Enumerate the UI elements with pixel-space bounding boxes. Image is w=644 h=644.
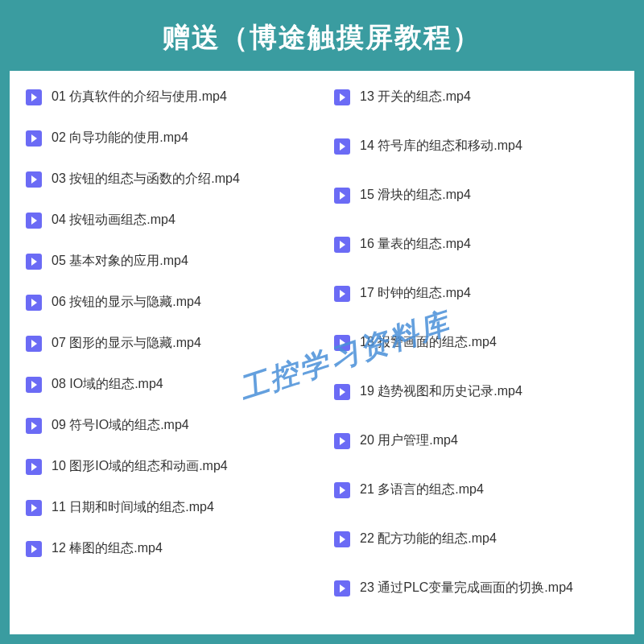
- video-file-icon: [26, 130, 42, 147]
- file-name-label: 14 符号库的组态和移动.mp4: [360, 138, 522, 155]
- file-item[interactable]: 08 IO域的组态.mp4: [26, 371, 318, 398]
- content-area: 01 仿真软件的介绍与使用.mp402 向导功能的使用.mp403 按钮的组态与…: [10, 71, 634, 634]
- file-item[interactable]: 17 时钟的组态.mp4: [334, 280, 626, 307]
- file-name-label: 23 通过PLC变量完成画面的切换.mp4: [360, 580, 573, 597]
- file-name-label: 10 图形IO域的组态和动画.mp4: [52, 458, 228, 475]
- file-name-label: 01 仿真软件的介绍与使用.mp4: [52, 89, 227, 105]
- file-item[interactable]: 13 开关的组态.mp4: [334, 84, 626, 110]
- file-item[interactable]: 04 按钮动画组态.mp4: [26, 207, 318, 233]
- video-file-icon: [334, 433, 350, 449]
- file-item[interactable]: 18 报警画面的组态.mp4: [334, 329, 626, 356]
- file-name-label: 07 图形的显示与隐藏.mp4: [52, 335, 201, 352]
- file-item[interactable]: 12 棒图的组态.mp4: [26, 535, 318, 562]
- file-item[interactable]: 09 符号IO域的组态.mp4: [26, 412, 318, 439]
- file-item[interactable]: 23 通过PLC变量完成画面的切换.mp4: [334, 575, 626, 601]
- video-file-icon: [26, 336, 42, 352]
- file-item[interactable]: 14 符号库的组态和移动.mp4: [334, 133, 626, 159]
- file-columns: 01 仿真软件的介绍与使用.mp402 向导功能的使用.mp403 按钮的组态与…: [18, 84, 626, 624]
- video-file-icon: [334, 580, 350, 597]
- file-name-label: 08 IO域的组态.mp4: [52, 376, 163, 393]
- file-name-label: 19 趋势视图和历史记录.mp4: [360, 383, 522, 400]
- file-name-label: 12 棒图的组态.mp4: [52, 540, 163, 557]
- file-item[interactable]: 01 仿真软件的介绍与使用.mp4: [26, 84, 318, 110]
- page-title: 赠送（博途触摸屏教程）: [10, 19, 634, 56]
- file-item[interactable]: 02 向导功能的使用.mp4: [26, 125, 318, 151]
- file-name-label: 02 向导功能的使用.mp4: [52, 130, 188, 147]
- file-item[interactable]: 10 图形IO域的组态和动画.mp4: [26, 453, 318, 480]
- video-file-icon: [26, 500, 42, 516]
- file-item[interactable]: 03 按钮的组态与函数的介绍.mp4: [26, 166, 318, 192]
- video-file-icon: [334, 89, 350, 105]
- file-item[interactable]: 21 多语言的组态.mp4: [334, 477, 626, 503]
- file-name-label: 20 用户管理.mp4: [360, 432, 458, 449]
- file-name-label: 11 日期和时间域的组态.mp4: [52, 499, 214, 516]
- file-item[interactable]: 11 日期和时间域的组态.mp4: [26, 494, 318, 521]
- file-name-label: 15 滑块的组态.mp4: [360, 187, 471, 204]
- video-file-icon: [26, 377, 42, 393]
- file-name-label: 13 开关的组态.mp4: [360, 89, 471, 105]
- file-item[interactable]: 19 趋势视图和历史记录.mp4: [334, 378, 626, 405]
- file-item[interactable]: 15 滑块的组态.mp4: [334, 182, 626, 208]
- file-name-label: 09 符号IO域的组态.mp4: [52, 417, 189, 434]
- file-name-label: 17 时钟的组态.mp4: [360, 285, 471, 302]
- video-file-icon: [334, 335, 350, 351]
- video-file-icon: [334, 531, 350, 547]
- file-item[interactable]: 05 基本对象的应用.mp4: [26, 248, 318, 275]
- video-file-icon: [334, 188, 350, 204]
- file-item[interactable]: 07 图形的显示与隐藏.mp4: [26, 330, 318, 357]
- file-name-label: 22 配方功能的组态.mp4: [360, 530, 497, 547]
- file-name-label: 06 按钮的显示与隐藏.mp4: [52, 294, 201, 311]
- video-file-icon: [334, 138, 350, 155]
- file-item[interactable]: 22 配方功能的组态.mp4: [334, 526, 626, 552]
- file-name-label: 03 按钮的组态与函数的介绍.mp4: [52, 171, 240, 188]
- video-file-icon: [26, 295, 42, 311]
- video-file-icon: [26, 213, 42, 229]
- video-file-icon: [26, 418, 42, 434]
- file-name-label: 16 量表的组态.mp4: [360, 236, 471, 253]
- file-item[interactable]: 06 按钮的显示与隐藏.mp4: [26, 289, 318, 316]
- video-file-icon: [334, 237, 350, 253]
- file-name-label: 05 基本对象的应用.mp4: [52, 253, 188, 270]
- video-file-icon: [26, 459, 42, 475]
- file-name-label: 21 多语言的组态.mp4: [360, 481, 484, 498]
- file-item[interactable]: 20 用户管理.mp4: [334, 427, 626, 454]
- video-file-icon: [26, 89, 42, 105]
- video-file-icon: [26, 171, 42, 188]
- file-item[interactable]: 16 量表的组态.mp4: [334, 231, 626, 258]
- video-file-icon: [334, 384, 350, 400]
- file-name-label: 18 报警画面的组态.mp4: [360, 334, 497, 351]
- file-column-left: 01 仿真软件的介绍与使用.mp402 向导功能的使用.mp403 按钮的组态与…: [18, 84, 318, 624]
- video-file-icon: [334, 482, 350, 498]
- video-file-icon: [26, 254, 42, 270]
- header: 赠送（博途触摸屏教程）: [10, 10, 634, 71]
- video-file-icon: [26, 541, 42, 557]
- video-file-icon: [334, 286, 350, 302]
- file-name-label: 04 按钮动画组态.mp4: [52, 212, 175, 229]
- file-column-right: 13 开关的组态.mp414 符号库的组态和移动.mp415 滑块的组态.mp4…: [318, 84, 626, 624]
